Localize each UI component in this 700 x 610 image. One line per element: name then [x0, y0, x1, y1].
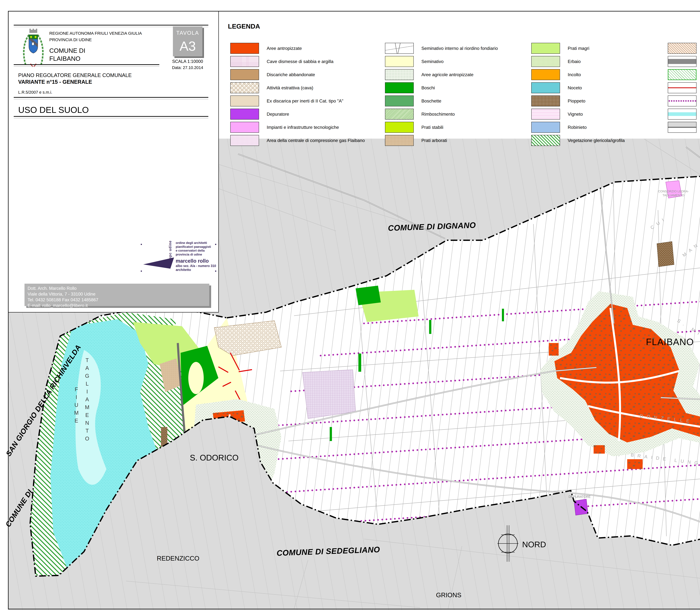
legend-label: Prati arborati — [421, 138, 447, 143]
legend-item-vigneto: Vigneto — [531, 109, 625, 119]
divider — [14, 116, 208, 118]
legend-label: Discariche abbandonate — [267, 72, 315, 77]
prati-arborati-swatch — [385, 135, 414, 146]
legend-label: Ex discarica per inerti di II Cat. tipo … — [267, 98, 343, 103]
area-attrezzata-swatch — [668, 43, 697, 54]
comune-name-line1: COMUNE DI — [49, 47, 85, 54]
legend-panel: LEGENDA Aree antropizzateCave dismesse d… — [219, 12, 700, 139]
stamp-architect-name: marcello rollo — [176, 258, 209, 264]
seminativo-swatch — [385, 56, 414, 67]
legend-label: Erbaio — [568, 59, 581, 64]
prati-magri-swatch — [531, 43, 560, 54]
incolto-swatch — [531, 69, 560, 80]
legend-item-pioppeto: Pioppeto — [531, 96, 625, 107]
centrale-gas-swatch — [230, 135, 259, 146]
legend-item-noceto: Noceto — [531, 82, 625, 93]
date-text: Data: 27.10.2014 — [167, 65, 209, 70]
legend-item-erbaio: Erbaio — [531, 56, 625, 67]
region-name: REGIONE AUTONOMA FRIULI VENEZIA GIULIA — [49, 31, 142, 36]
impianti-swatch — [230, 122, 259, 133]
noceto-swatch — [531, 82, 560, 93]
legend-item-aree-antropizzate: Aree antropizzate — [230, 43, 365, 54]
legend-item-depuratore: Depuratore — [230, 109, 365, 119]
legend-label: Boschi — [421, 85, 435, 91]
legend-item-prati-stabili: Prati stabili — [385, 122, 498, 133]
erbaio-swatch — [531, 56, 560, 67]
vegetazione-glericola-swatch — [531, 135, 560, 146]
legend-item-corsi-acqua: Corsi d'acqua — [668, 109, 700, 119]
legend-item-vegetazione-glericola: Vegetazione glericola/igrofila — [531, 135, 625, 146]
comune-name-line2: FLAIBANO — [49, 55, 81, 62]
divider — [14, 64, 159, 66]
depuratore-swatch — [230, 109, 259, 119]
fascia-filari-swatch — [668, 96, 697, 107]
plan-sheet: COMUNE DI DIGNANO COMUNE DI COSEANO COMU… — [0, 0, 700, 610]
boschette-swatch — [385, 96, 414, 107]
argine-swatch — [668, 56, 697, 67]
title-block: REGIONE AUTONOMA FRIULI VENEZIA GIULIA P… — [8, 11, 219, 312]
legend-item-fascia-filari: Fascia sottoposta all'obbligo di formazi… — [668, 96, 700, 107]
legend-item-attivita-estrattiva: Attività estrattiva (cava) — [230, 82, 365, 93]
legend-item-prati-magri: Prati magri — [531, 43, 625, 54]
legend-label: Rimboschimento — [421, 112, 455, 117]
legend-item-robinieto: Robinieto — [531, 122, 625, 133]
boschi-patch — [356, 286, 381, 305]
ex-discarica-swatch — [230, 96, 259, 107]
stamp-dot — [215, 244, 216, 245]
legend-label: Impianti e infrastrutture tecnologiche — [267, 125, 339, 130]
stamp-dot — [141, 244, 142, 245]
legend-column-4: Area attrezzataArgineS.I.C. n° IT3320024… — [668, 43, 700, 135]
sheet-subject: USO DEL SUOLO — [18, 105, 89, 115]
legend-label: Depuratore — [267, 112, 289, 117]
legend-label: Aree agricole antropizzate — [421, 72, 473, 77]
attivita-estrattiva-swatch — [230, 82, 259, 93]
contact-address: Viale della Vittoria, 7 - 33100 Udine — [28, 291, 209, 297]
stamp-org-line: provincia di udine — [176, 253, 211, 256]
province-name: PROVINCIA DI UDINE — [49, 37, 92, 42]
legend-label: Seminativo — [421, 59, 443, 64]
legend-label: Aree antropizzate — [267, 46, 302, 51]
riordino-swatch — [385, 43, 414, 54]
legend-item-discariche-abbandonate: Discariche abbandonate — [230, 69, 365, 80]
stamp-logo-icon — [143, 257, 174, 269]
contact-name: Dott. Arch. Marcello Rollo — [28, 286, 209, 291]
legend-item-centrale-gas: Area della centrale di compressione gas … — [230, 135, 365, 146]
coat-of-arms — [21, 28, 46, 69]
legend-item-impianti: Impianti e infrastrutture tecnologiche — [230, 122, 365, 133]
legend-label: Prati magri — [568, 46, 589, 51]
contact-email: E-mail: rollo_marcello@libero.it — [28, 303, 209, 308]
tavola-box: TAVOLA A3 — [173, 26, 202, 57]
legend-item-prati-arborati: Prati arborati — [385, 135, 498, 146]
legend-item-confine-comunale: Confine comunale — [668, 122, 700, 133]
legend-label: Incolto — [568, 72, 581, 77]
stamp-org-line: ordine degli architetti — [176, 241, 211, 245]
legend-label: Cave dismesse di sabbia e argilla — [267, 59, 333, 64]
vigneto-swatch — [531, 109, 560, 119]
sic-swatch — [668, 69, 697, 80]
tavola-label: TAVOLA — [173, 30, 202, 36]
rimboschimento-swatch — [385, 109, 414, 119]
impianti-area — [666, 181, 682, 198]
legend-item-cave-dismesse: Cave dismesse di sabbia e argilla — [230, 56, 365, 67]
legend-item-ex-discarica: Ex discarica per inerti di II Cat. tipo … — [230, 96, 365, 107]
tavola-number: A3 — [173, 38, 202, 54]
agricole-antropizzate-swatch — [385, 69, 414, 80]
law-reference: L.R.5/2007 e s.m.i. — [18, 90, 52, 95]
legend-item-area-attrezzata: Area attrezzata — [668, 43, 700, 54]
cave-dismesse-swatch — [230, 56, 259, 67]
stamp-dot — [141, 271, 142, 272]
legend-label: Vegetazione glericola/igrofila — [568, 138, 625, 143]
aree-antropizzate-swatch — [230, 43, 259, 54]
legend-column-1: Aree antropizzateCave dismesse di sabbia… — [230, 43, 365, 148]
legend-item-sic: S.I.C. n° IT3320024 - "MAGREDI di COZ" — [668, 69, 700, 80]
legend-item-seminativo: Seminativo — [385, 56, 498, 67]
plan-title: PIANO REGOLATORE GENERALE COMUNALE — [18, 73, 132, 78]
boschi-swatch — [385, 82, 414, 93]
divider — [14, 97, 208, 99]
legend-column-3: Prati magriErbaioIncoltoNocetoPioppetoVi… — [531, 43, 625, 148]
stamp-org-line: e conservatori della — [176, 248, 211, 253]
stamp-org-text: ordine degli architetti pianificatori pa… — [176, 241, 211, 256]
confine-comunale-swatch — [668, 122, 697, 133]
legend-item-formazioni-lineari: Formazioni lineari — [668, 82, 700, 93]
legend-item-agricole-antropizzate: Aree agricole antropizzate — [385, 69, 498, 80]
